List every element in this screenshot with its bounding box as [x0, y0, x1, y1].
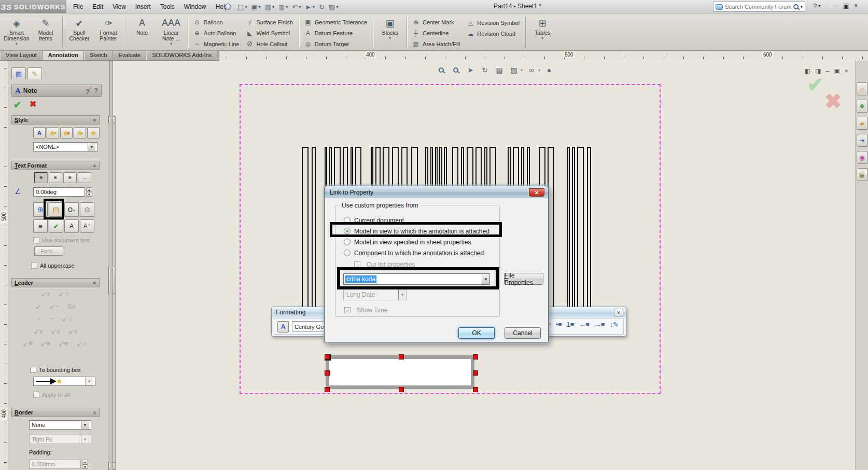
spinner-up-icon[interactable]: ▲ [82, 460, 88, 464]
display-style-button[interactable]: ▧ [508, 64, 520, 76]
justify-button[interactable]: ↔ [78, 172, 91, 183]
checkbox-icon[interactable] [33, 237, 39, 243]
leader-style-option[interactable]: ↙☆ [58, 290, 70, 298]
leader-style-option[interactable]: ↙~ [50, 302, 59, 310]
arrow-style-dropdown[interactable]: ★ ▼ [33, 377, 95, 386]
selection-handle[interactable] [325, 387, 330, 392]
leader-style-option[interactable]: ¬ [50, 315, 54, 323]
menu-window[interactable]: Window [179, 1, 211, 13]
leader-style-option[interactable]: ↙x [51, 327, 60, 335]
print-button[interactable]: ▥▾ [277, 2, 289, 12]
spinner-down-icon[interactable]: ▼ [82, 464, 88, 469]
align-center-button[interactable]: ≡ [49, 172, 62, 183]
help-dropdown-icon[interactable]: ▾ [818, 4, 820, 8]
checkbox-checked-icon[interactable] [344, 307, 351, 313]
search-icon[interactable] [793, 4, 799, 9]
menu-view[interactable]: View [108, 1, 131, 13]
property-manager-tab[interactable]: ▦ [11, 67, 26, 79]
angle-input[interactable]: 0.00deg [33, 187, 85, 197]
insert-bom-balloon-button[interactable]: ≡ [33, 219, 48, 233]
balloon-button[interactable]: ⊙Balloon [190, 17, 243, 28]
decrease-indent-icon[interactable]: ←≡ [579, 321, 590, 328]
tables-button[interactable]: ⊞Tables▾ [528, 15, 557, 49]
padding-input[interactable]: 0.000mm [29, 460, 81, 469]
model-items-button[interactable]: ✎Model Items [31, 15, 60, 49]
all-uppercase-row[interactable]: All uppercase [31, 262, 75, 269]
revision-cloud-button[interactable]: ☁Revision Cloud [464, 28, 523, 39]
leader-style-option[interactable]: ⌐ [37, 315, 41, 323]
dropdown-arrow-icon[interactable]: ▾ [521, 68, 523, 73]
cancel-button[interactable]: Cancel [505, 327, 541, 339]
selection-handle[interactable] [473, 370, 478, 376]
zoom-to-fit-button[interactable] [436, 64, 447, 76]
file-properties-button[interactable]: File Properties [504, 273, 543, 285]
help-menu[interactable]: ?▾ [813, 2, 820, 10]
datum-target-button[interactable]: ◎Datum Target [301, 38, 371, 49]
use-document-font-row[interactable]: Use document font [33, 237, 90, 244]
leader-style-option[interactable]: ↙ [36, 302, 41, 310]
open-button[interactable]: ▣▾ [249, 2, 262, 12]
leader-style-option[interactable]: ↙x [34, 327, 43, 335]
border-section-header[interactable]: Border« [11, 408, 100, 417]
padding-spinner[interactable]: ▲ ▼ [82, 460, 88, 469]
radio-icon[interactable] [344, 250, 351, 256]
to-bounding-box-row[interactable]: To bounding box [30, 366, 81, 374]
lock-note-button[interactable]: ⊙ [80, 202, 94, 217]
custom-properties-tab[interactable]: ✎ [27, 67, 42, 79]
format-painter-button[interactable]: ✑Format Painter [94, 15, 123, 49]
area-hatch-fill-button[interactable]: ▨Area Hatch/Fill [409, 38, 464, 49]
doc-restore-button[interactable]: ▣ [834, 67, 839, 75]
angle-spinner[interactable]: ▲ ▼ [86, 187, 92, 197]
search-input[interactable]: Search Community Forum ▾ [713, 2, 805, 12]
leader-style-option[interactable]: ↙x [68, 327, 77, 335]
note-button[interactable]: ANote [128, 15, 157, 49]
add-style-button[interactable]: ★+ [47, 127, 59, 139]
ok-button[interactable]: OK [458, 327, 495, 339]
leader-section-header[interactable]: Leader« [11, 278, 100, 287]
selection-handle[interactable] [473, 354, 478, 360]
menu-tools[interactable]: Tools [156, 1, 179, 13]
radio-option-component-to-which-the-a[interactable]: Component to which the annotation is att… [344, 247, 496, 258]
formatting-close-button[interactable]: ✕ [614, 309, 623, 316]
font-button[interactable]: Font... [34, 246, 63, 256]
leader-style-option[interactable]: ↙≡ [59, 340, 68, 348]
radio-icon[interactable] [344, 239, 351, 245]
tab-annotation[interactable]: Annotation [43, 51, 84, 60]
align-right-button[interactable]: ≡ [63, 172, 77, 183]
selection-handle[interactable] [399, 387, 404, 392]
text-format-section-header[interactable]: Text Format« [11, 161, 100, 170]
auto-balloon-button[interactable]: ⊕Auto Balloon [190, 28, 243, 39]
tab-sketch[interactable]: Sketch [84, 51, 113, 60]
font-style-button[interactable]: A [277, 321, 289, 333]
confirmation-corner-cancel-icon[interactable]: ✖ [824, 89, 842, 113]
doc-minimize-button[interactable]: – [826, 67, 830, 75]
weld-symbol-button[interactable]: ◣Weld Symbol [243, 28, 297, 39]
previous-view-button[interactable]: ➤ [465, 64, 476, 76]
note-edit-box[interactable] [326, 355, 474, 389]
line-spacing-icon[interactable]: ↕✎ [610, 321, 619, 328]
zoom-to-area-button[interactable] [450, 64, 461, 76]
help-icon[interactable]: ? [94, 87, 98, 94]
file-explorer-tab[interactable]: ➔ [857, 134, 867, 147]
linear-note-button[interactable]: AAALinear Note ...▾ [157, 15, 186, 49]
numbered-list-icon[interactable]: 1≡ [567, 321, 575, 328]
3d-drawing-view-button[interactable]: ▤ [494, 64, 505, 76]
doc-close-button[interactable]: × [845, 67, 848, 75]
show-time-checkbox-row[interactable]: Show Time [344, 307, 387, 314]
align-left-button[interactable]: ≡ [34, 172, 48, 183]
apply-to-all-row[interactable]: Apply to all [33, 391, 70, 398]
dialog-close-button[interactable]: ✕ [529, 188, 544, 197]
checkbox-icon[interactable] [30, 367, 36, 373]
surface-finish-button[interactable]: √Surface Finish [243, 17, 297, 28]
fit-text-button[interactable]: A⁺ [80, 219, 94, 233]
select-button[interactable]: ►▾ [303, 2, 316, 12]
spell-check-button[interactable]: ✔ [49, 219, 63, 233]
menu-edit[interactable]: Edit [88, 1, 108, 13]
hide-show-items-button[interactable]: ∞ [526, 64, 537, 76]
leader-style-option[interactable]: ↙☆ [76, 340, 88, 348]
confirmation-corner-accept-icon[interactable]: ✔ [807, 73, 824, 96]
leader-style-option[interactable]: ↙☆ [62, 315, 74, 323]
datum-feature-button[interactable]: ADatum Feature [301, 28, 371, 39]
solidworks-resources-tab[interactable]: ❖ [857, 100, 867, 113]
leader-style-option[interactable]: ↙≡ [23, 340, 32, 348]
